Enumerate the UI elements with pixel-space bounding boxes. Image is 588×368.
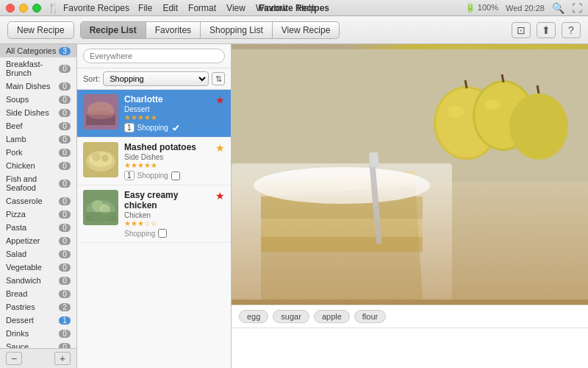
svg-line-23 — [537, 85, 539, 93]
svg-rect-29 — [261, 197, 423, 219]
svg-line-22 — [502, 74, 503, 82]
title-right: 🔋 100% Wed 20:28 🔍 ⛶ — [465, 2, 582, 14]
tab-shopping-list[interactable]: Shopping List — [201, 22, 273, 38]
new-recipe-button[interactable]: New Recipe — [7, 21, 74, 39]
sort-bar: Sort: Shopping Name Category ⇅ — [77, 68, 231, 90]
sidebar-item-drinks[interactable]: Drinks 0 — [0, 327, 76, 340]
window-restore-button[interactable]: ⊡ — [512, 22, 531, 38]
svg-rect-15 — [232, 182, 588, 300]
chicken-shopping-checkbox[interactable] — [158, 229, 167, 238]
remove-category-button[interactable]: − — [6, 352, 22, 365]
tag-apple[interactable]: apple — [314, 310, 350, 323]
minimize-button[interactable] — [19, 4, 28, 13]
sidebar-footer: − + — [0, 348, 76, 368]
tag-flour[interactable]: flour — [354, 310, 386, 323]
svg-point-7 — [92, 152, 101, 161]
maximize-button[interactable] — [32, 4, 41, 13]
tag-egg[interactable]: egg — [239, 310, 268, 323]
svg-point-25 — [484, 99, 501, 110]
mashed-favorite-star[interactable]: ★ — [215, 142, 225, 180]
tab-recipe-list[interactable]: Recipe List — [81, 22, 146, 38]
sidebar-item-vegetable[interactable]: Vegetable 0 — [0, 261, 76, 274]
sidebar-item-beef[interactable]: Beef 0 — [0, 119, 76, 132]
sidebar-item-salad[interactable]: Salad 0 — [0, 247, 76, 261]
svg-point-3 — [87, 110, 114, 119]
sidebar-item-all-categories[interactable]: All Categories 3 — [0, 44, 76, 57]
recipe-image-display — [232, 44, 588, 305]
charlotte-shopping-checkbox[interactable] — [171, 124, 180, 132]
recipe-item-easy-creamy-chicken[interactable]: Easy creamy chicken Chicken ★★★☆☆ Shoppi… — [77, 185, 231, 243]
sidebar-item-lamb[interactable]: Lamb 0 — [0, 132, 76, 146]
menu-view[interactable]: View — [226, 3, 245, 13]
sort-select[interactable]: Shopping Name Category — [103, 71, 209, 86]
notes-area — [232, 328, 588, 368]
svg-rect-14 — [232, 49, 588, 300]
sidebar-item-dessert[interactable]: Dessert 1 — [0, 314, 76, 327]
svg-rect-26 — [232, 163, 452, 300]
svg-marker-28 — [261, 185, 423, 300]
search-icon[interactable]: 🔍 — [552, 2, 564, 14]
sidebar-item-breakfast-brunch[interactable]: Breakfast-Brunch 0 — [0, 57, 76, 79]
recipe-info-mashed-potatoes: Mashed potatoes Side Dishes ★★★★★ 1 Shop… — [124, 142, 209, 180]
add-category-button[interactable]: + — [54, 352, 71, 365]
menu-format[interactable]: Format — [188, 3, 216, 13]
sidebar-item-fish-seafood[interactable]: Fish and Seafood 0 — [0, 172, 76, 194]
recipe-thumb-charlotte — [83, 94, 118, 130]
recipe-thumb-mashed-potatoes — [83, 142, 118, 177]
sidebar-item-appetizer[interactable]: Appetizer 0 — [0, 234, 76, 247]
svg-point-32 — [254, 167, 430, 204]
category-list: All Categories 3 Breakfast-Brunch 0 Main… — [0, 44, 76, 348]
sidebar-item-pork[interactable]: Pork 0 — [0, 146, 76, 159]
tag-sugar[interactable]: sugar — [273, 310, 309, 323]
svg-point-24 — [447, 106, 465, 118]
svg-point-6 — [89, 152, 112, 167]
help-button[interactable]: ? — [562, 22, 581, 38]
mashed-shopping-checkbox[interactable] — [171, 171, 180, 180]
svg-rect-34 — [369, 152, 379, 168]
close-button[interactable] — [6, 4, 15, 13]
fullscreen-icon[interactable]: ⛶ — [572, 2, 582, 14]
window-title: Favorite Recipes — [259, 3, 329, 13]
tab-favorites[interactable]: Favorites — [146, 22, 201, 38]
charlotte-favorite-star[interactable]: ★ — [215, 94, 225, 132]
recipe-list: Charlotte Dessert ★★★★★ 1 Shopping ★ — [77, 90, 231, 368]
search-input[interactable] — [83, 49, 225, 63]
sidebar-item-soups[interactable]: Soups 0 — [0, 93, 76, 106]
svg-point-8 — [101, 155, 109, 162]
menu-file[interactable]: File — [138, 3, 152, 13]
sort-direction-button[interactable]: ⇅ — [212, 72, 225, 85]
main-layout: All Categories 3 Breakfast-Brunch 0 Main… — [0, 44, 588, 368]
sidebar-item-chicken[interactable]: Chicken 0 — [0, 159, 76, 172]
sidebar-item-pastries[interactable]: Pastries 2 — [0, 300, 76, 314]
svg-marker-27 — [261, 171, 423, 300]
tags-bar: egg sugar apple flour — [232, 305, 588, 328]
sidebar-item-bread[interactable]: Bread 0 — [0, 287, 76, 300]
search-bar — [77, 44, 231, 68]
chicken-favorite-star[interactable]: ★ — [215, 190, 225, 238]
svg-rect-30 — [261, 219, 423, 237]
sidebar-item-main-dishes[interactable]: Main Dishes 0 — [0, 79, 76, 93]
sidebar-item-sauce[interactable]: Sauce 0 — [0, 340, 76, 348]
recipe-info-easy-creamy-chicken: Easy creamy chicken Chicken ★★★☆☆ Shoppi… — [124, 190, 209, 238]
toolbar: New Recipe Recipe List Favorites Shoppin… — [0, 16, 588, 44]
menu-edit[interactable]: Edit — [162, 3, 178, 13]
recipe-item-charlotte[interactable]: Charlotte Dessert ★★★★★ 1 Shopping ★ — [77, 90, 231, 138]
sidebar-item-casserole[interactable]: Casserole 0 — [0, 194, 76, 208]
svg-rect-31 — [261, 237, 423, 252]
app-name-label: 🍴 Favorite Recipes — [47, 2, 129, 14]
recipe-info-charlotte: Charlotte Dessert ★★★★★ 1 Shopping — [124, 94, 209, 132]
recipe-panel: Sort: Shopping Name Category ⇅ — [77, 44, 232, 368]
svg-line-21 — [465, 80, 467, 88]
share-button[interactable]: ⬆ — [537, 22, 556, 38]
recipe-thumb-easy-creamy-chicken — [83, 190, 118, 225]
recipe-item-mashed-potatoes[interactable]: Mashed potatoes Side Dishes ★★★★★ 1 Shop… — [77, 138, 231, 185]
sidebar-item-pizza[interactable]: Pizza 0 — [0, 208, 76, 221]
traffic-lights — [6, 4, 41, 13]
content-area: egg sugar apple flour — [232, 44, 588, 368]
tab-view-recipe[interactable]: View Recipe — [273, 22, 339, 38]
sidebar: All Categories 3 Breakfast-Brunch 0 Main… — [0, 44, 77, 368]
sidebar-item-sandwich[interactable]: Sandwich 0 — [0, 274, 76, 287]
title-bar: 🍴 Favorite Recipes File Edit Format View… — [0, 0, 588, 16]
sidebar-item-side-dishes[interactable]: Side Dishes 0 — [0, 106, 76, 119]
sidebar-item-pasta[interactable]: Pasta 0 — [0, 221, 76, 234]
